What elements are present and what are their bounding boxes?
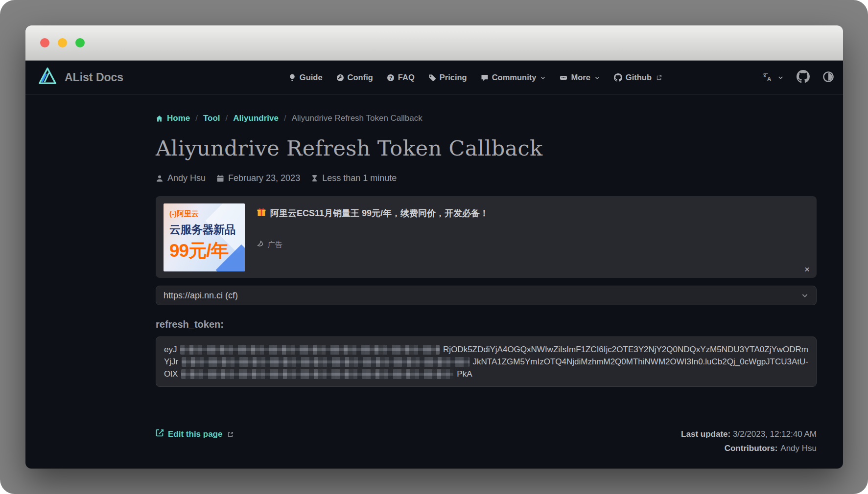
github-icon bbox=[797, 70, 810, 85]
brand-home-link[interactable]: AList Docs bbox=[37, 66, 123, 90]
page-footer: Edit this page Last update: 3/2/2023, 12… bbox=[156, 429, 817, 440]
nav-item-label: Config bbox=[348, 73, 373, 82]
github-repo-button[interactable] bbox=[797, 70, 810, 85]
edit-this-page-link[interactable]: Edit this page bbox=[156, 429, 234, 440]
breadcrumb-separator: / bbox=[195, 113, 198, 123]
breadcrumb-home-link[interactable]: Home bbox=[156, 113, 190, 123]
contrast-icon bbox=[822, 71, 834, 85]
api-endpoint-value: https://api.nn.ci (cf) bbox=[164, 291, 238, 301]
person-icon bbox=[156, 175, 164, 182]
traffic-lights bbox=[40, 38, 85, 47]
svg-text:?: ? bbox=[389, 75, 392, 80]
minimize-window-button[interactable] bbox=[58, 38, 67, 47]
contributors-value: Andy Hsu bbox=[780, 444, 817, 453]
ad-image-line2: 99元/年 bbox=[169, 239, 239, 263]
last-update-label: Last update: bbox=[681, 429, 730, 439]
navbar-actions: x A bbox=[763, 70, 834, 85]
page-content: Home / Tool / Aliyundrive / Aliyundrive … bbox=[25, 95, 843, 453]
token-line: OlXPkA bbox=[164, 368, 808, 380]
nav-item-faq[interactable]: ? FAQ bbox=[387, 73, 415, 82]
breadcrumb-tool-link[interactable]: Tool bbox=[203, 113, 220, 123]
zoom-window-button[interactable] bbox=[75, 38, 85, 47]
translate-icon: x A bbox=[763, 71, 774, 84]
breadcrumb-label: Tool bbox=[203, 113, 220, 123]
ad-image-line1: 云服务器新品 bbox=[169, 222, 239, 237]
token-text: YjJr bbox=[164, 357, 178, 367]
api-endpoint-select[interactable]: https://api.nn.ci (cf) bbox=[156, 286, 817, 305]
edit-link-label: Edit this page bbox=[168, 429, 222, 439]
redacted-blur bbox=[181, 369, 453, 379]
calendar-icon bbox=[216, 175, 224, 182]
ellipsis-icon bbox=[560, 74, 567, 82]
ad-close-button[interactable]: × bbox=[804, 265, 810, 274]
breadcrumb-label: Aliyundrive bbox=[233, 113, 279, 123]
redacted-blur bbox=[182, 357, 469, 367]
home-icon bbox=[156, 115, 163, 122]
ad-card: (-)阿里云 云服务器新品 99元/年 阿里云ECS11月销量王 99元/年，续… bbox=[156, 196, 817, 278]
language-selector[interactable]: x A bbox=[763, 71, 784, 84]
contributors-label: Contributors: bbox=[725, 444, 778, 453]
edit-icon bbox=[156, 429, 164, 440]
navbar: AList Docs Guide Config ? bbox=[25, 61, 843, 95]
ad-image[interactable]: (-)阿里云 云服务器新品 99元/年 bbox=[164, 203, 245, 271]
chevron-down-icon bbox=[540, 75, 546, 81]
ad-image-text: (-)阿里云 云服务器新品 99元/年 bbox=[164, 203, 245, 263]
close-window-button[interactable] bbox=[40, 38, 49, 47]
contributors: Contributors: Andy Hsu bbox=[156, 444, 817, 453]
publish-date: February 23, 2023 bbox=[228, 173, 300, 183]
external-link-icon bbox=[227, 431, 234, 438]
token-line: eyJRjODk5ZDdiYjA4OGQxNWIwZiIsImF1ZCI6Ijc… bbox=[164, 343, 808, 356]
chat-icon bbox=[481, 74, 489, 82]
ad-label[interactable]: 广告 bbox=[257, 240, 489, 249]
nav-item-pricing[interactable]: Pricing bbox=[428, 73, 467, 82]
last-update-value: 3/2/2023, 12:12:40 AM bbox=[733, 429, 817, 439]
gift-icon bbox=[257, 207, 266, 220]
breadcrumb-current: Aliyundrive Refresh Token Callback bbox=[292, 113, 422, 123]
tag-icon bbox=[428, 74, 436, 82]
nav-item-config[interactable]: Config bbox=[336, 73, 373, 82]
ad-title-text: 阿里云ECS11月销量王 99元/年，续费同价，开发必备！ bbox=[270, 207, 489, 219]
aliyun-logo: (-)阿里云 bbox=[169, 209, 239, 219]
breadcrumb-aliyundrive-link[interactable]: Aliyundrive bbox=[233, 113, 279, 123]
last-update: Last update: 3/2/2023, 12:12:40 AM bbox=[681, 429, 817, 439]
nav-item-label: Guide bbox=[300, 73, 323, 82]
alist-logo-icon bbox=[37, 66, 58, 90]
ad-title-link[interactable]: 阿里云ECS11月销量王 99元/年，续费同价，开发必备！ bbox=[257, 207, 489, 220]
token-text: eyJ bbox=[164, 345, 177, 355]
nav-item-label: Pricing bbox=[440, 73, 467, 82]
nav-item-label: FAQ bbox=[398, 73, 415, 82]
token-text: JkNTA1ZGM5YmIzOTQ4NjdiMzhmM2Q0MThiNWM2OW… bbox=[473, 357, 808, 367]
browser-window: AList Docs Guide Config ? bbox=[25, 25, 843, 469]
nav-item-more[interactable]: More bbox=[560, 73, 600, 82]
nav-item-github[interactable]: Github bbox=[614, 73, 662, 82]
refresh-token-output: eyJRjODk5ZDdiYjA4OGQxNWIwZiIsImF1ZCI6Ijc… bbox=[156, 337, 817, 387]
window-titlebar bbox=[25, 25, 843, 61]
breadcrumb-separator: / bbox=[284, 113, 286, 123]
reading-time: Less than 1 minute bbox=[322, 173, 397, 183]
wwads-icon bbox=[257, 240, 264, 249]
github-icon bbox=[614, 73, 622, 82]
chevron-down-icon bbox=[801, 292, 809, 299]
theme-toggle-button[interactable] bbox=[822, 71, 834, 85]
nav-links: Guide Config ? FAQ bbox=[288, 73, 662, 82]
nav-item-community[interactable]: Community bbox=[481, 73, 546, 82]
chevron-down-icon bbox=[594, 75, 600, 81]
nav-item-label: More bbox=[571, 73, 590, 82]
svg-text:x: x bbox=[763, 72, 767, 78]
external-link-icon bbox=[656, 74, 662, 81]
hourglass-icon bbox=[311, 175, 318, 182]
brand-label: AList Docs bbox=[65, 71, 123, 84]
date-meta: February 23, 2023 bbox=[216, 173, 300, 183]
author-name: Andy Hsu bbox=[167, 173, 206, 183]
token-text: RjODk5ZDdiYjA4OGQxNWIwZiIsImF1ZCI6Ijc2OT… bbox=[443, 345, 808, 355]
nav-item-guide[interactable]: Guide bbox=[288, 73, 323, 82]
wrench-circle-icon bbox=[336, 74, 344, 82]
question-circle-icon: ? bbox=[387, 74, 395, 82]
breadcrumb-separator: / bbox=[226, 113, 228, 123]
desktop-backdrop: AList Docs Guide Config ? bbox=[0, 0, 868, 494]
svg-text:A: A bbox=[767, 75, 772, 82]
nav-item-label: Github bbox=[626, 73, 652, 82]
ad-body: 阿里云ECS11月销量王 99元/年，续费同价，开发必备！ 广告 bbox=[257, 203, 489, 270]
token-text: PkA bbox=[457, 369, 472, 379]
reading-time-meta: Less than 1 minute bbox=[311, 173, 397, 183]
